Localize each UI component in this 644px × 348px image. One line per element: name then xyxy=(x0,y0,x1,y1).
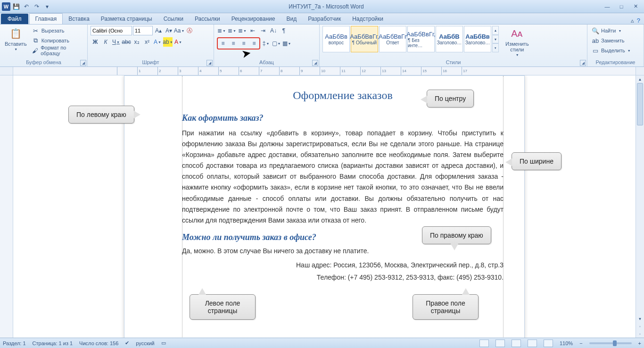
format-painter-button[interactable]: 🖌Формат по образцу xyxy=(31,46,84,55)
scroll-thumb[interactable] xyxy=(637,83,643,125)
zoom-out-button[interactable]: − xyxy=(579,340,582,346)
tab-developer[interactable]: Разработчик xyxy=(302,14,347,24)
line-spacing-button[interactable]: ‡▼ xyxy=(261,39,271,48)
select-label: Выделить xyxy=(601,48,625,53)
scroll-down-icon[interactable]: ▼ xyxy=(636,315,644,323)
tab-insert[interactable]: Вставка xyxy=(63,14,95,24)
style-item-3[interactable]: АаБбВвГг,¶ Без инте… xyxy=(407,26,435,52)
paragraph-1[interactable]: При нажатии на ссылку «добавить в корзин… xyxy=(182,128,504,226)
cut-button[interactable]: ✂Вырезать xyxy=(31,26,84,35)
paragraph-dialog-launcher[interactable]: ◢ xyxy=(312,60,318,66)
status-lang[interactable]: русский xyxy=(136,340,154,346)
strike-button[interactable]: abc xyxy=(122,37,131,47)
help-icon[interactable]: ? xyxy=(637,17,640,24)
shrink-font-button[interactable]: A▾ xyxy=(164,26,173,35)
redo-icon[interactable]: ↷ xyxy=(32,2,41,11)
heading-how[interactable]: Как оформить заказ? xyxy=(182,113,504,123)
font-dialog-launcher[interactable]: ◢ xyxy=(206,60,213,66)
font-name-input[interactable] xyxy=(91,26,132,35)
gallery-down-icon[interactable]: ▼ xyxy=(492,35,499,44)
tab-addins[interactable]: Надстройки xyxy=(347,14,389,24)
address-line[interactable]: Наш адрес: Россия, 123056, Москва, Элект… xyxy=(182,261,504,269)
scroll-up-icon[interactable]: ▲ xyxy=(636,75,644,83)
highlight-button[interactable]: ab▼ xyxy=(163,37,173,47)
align-center-button[interactable]: ≡ xyxy=(229,39,238,48)
prev-page-icon[interactable]: ◦ xyxy=(636,323,644,330)
vertical-ruler[interactable] xyxy=(0,75,13,338)
minimize-button[interactable]: — xyxy=(601,2,614,11)
subscript-button[interactable]: x₂ xyxy=(132,37,141,47)
style-item-2[interactable]: АаБбВвГгОтвет xyxy=(379,26,406,52)
view-full-screen-button[interactable] xyxy=(495,340,505,347)
tab-view[interactable]: Вид xyxy=(281,14,302,24)
underline-button[interactable]: Ч▼ xyxy=(111,37,121,47)
status-proofing-icon[interactable]: ✔ xyxy=(125,340,129,346)
maximize-button[interactable]: □ xyxy=(615,2,628,11)
change-styles-button[interactable]: Aᴀ Изменить стили ▼ xyxy=(504,26,531,58)
style-item-1[interactable]: АаБбВвГг,¶ Обычный xyxy=(351,26,378,52)
horizontal-ruler[interactable]: 1234567891011121314151617 xyxy=(13,67,636,75)
bullets-button[interactable]: ≣▼ xyxy=(217,26,226,35)
undo-icon[interactable]: ↶ xyxy=(22,2,31,11)
zoom-thumb[interactable] xyxy=(613,340,617,346)
page-content[interactable]: Оформление заказов Как оформить заказ? П… xyxy=(182,89,504,286)
tab-page-layout[interactable]: Разметка страницы xyxy=(95,14,158,24)
select-button[interactable]: ▭Выделить▼ xyxy=(590,46,632,55)
save-icon[interactable]: 💾 xyxy=(11,2,21,11)
multilevel-button[interactable]: ≣▼ xyxy=(238,26,247,35)
borders-button[interactable]: ▦▼ xyxy=(282,39,291,48)
font-size-input[interactable] xyxy=(133,26,153,35)
status-words[interactable]: Число слов: 156 xyxy=(79,340,118,346)
text-effects-button[interactable]: A▼ xyxy=(153,37,162,47)
find-button[interactable]: 🔍Найти▼ xyxy=(590,26,632,35)
change-case-button[interactable]: Aa▼ xyxy=(174,26,184,35)
view-outline-button[interactable] xyxy=(528,340,537,347)
align-right-button[interactable]: ≡ xyxy=(239,39,248,48)
clipboard-dialog-launcher[interactable]: ◢ xyxy=(80,60,86,66)
grow-font-button[interactable]: A▴ xyxy=(154,26,163,35)
replace-button[interactable]: abЗаменить xyxy=(590,36,632,45)
tab-file[interactable]: Файл xyxy=(1,14,28,24)
increase-indent-button[interactable]: ⇥ xyxy=(258,26,268,35)
shading-button[interactable]: ▢▼ xyxy=(272,39,281,48)
qat-customize-icon[interactable]: ▾ xyxy=(42,2,52,11)
style-item-4[interactable]: АаБбВЗаголово… xyxy=(436,26,463,52)
view-draft-button[interactable] xyxy=(544,340,553,347)
style-item-5[interactable]: АаБбВвЗаголово… xyxy=(464,26,491,52)
zoom-label[interactable]: 110% xyxy=(560,340,573,346)
paste-button[interactable]: 📋 Вставить ▼ xyxy=(3,26,29,52)
gallery-more-icon[interactable]: ▾ xyxy=(492,43,499,52)
vertical-scrollbar[interactable]: ▲ ▼ ◦ ◦ xyxy=(636,75,644,338)
tab-review[interactable]: Рецензирование xyxy=(226,14,281,24)
bold-button[interactable]: Ж xyxy=(91,37,100,47)
tab-references[interactable]: Ссылки xyxy=(158,14,189,24)
status-page[interactable]: Страница: 1 из 1 xyxy=(33,340,73,346)
style-item-0[interactable]: АаБбВввопрос xyxy=(322,26,350,52)
gallery-up-icon[interactable]: ▲ xyxy=(492,26,499,35)
align-justify-button[interactable]: ≡ xyxy=(249,39,259,48)
next-page-icon[interactable]: ◦ xyxy=(636,330,644,338)
status-insert-icon[interactable]: ▭ xyxy=(161,340,166,346)
zoom-slider[interactable] xyxy=(589,342,632,344)
italic-button[interactable]: К xyxy=(101,37,110,47)
ribbon-minimize-icon[interactable]: ▵ xyxy=(631,17,634,24)
close-button[interactable]: ✕ xyxy=(629,2,642,11)
styles-dialog-launcher[interactable]: ◢ xyxy=(580,60,586,66)
status-section[interactable]: Раздел: 1 xyxy=(3,340,26,346)
decrease-indent-button[interactable]: ⇤ xyxy=(248,26,257,35)
align-left-button[interactable]: ≡ xyxy=(218,39,228,48)
sort-button[interactable]: A↓ xyxy=(269,26,278,35)
ruler-toggle[interactable] xyxy=(636,67,644,75)
tab-mailings[interactable]: Рассылки xyxy=(189,14,226,24)
view-print-layout-button[interactable] xyxy=(479,340,489,347)
font-color-button[interactable]: A▼ xyxy=(173,37,183,47)
zoom-in-button[interactable]: + xyxy=(638,340,641,346)
clear-formatting-button[interactable]: Ⓐ xyxy=(185,26,194,35)
tab-home[interactable]: Главная xyxy=(29,13,63,24)
superscript-button[interactable]: x² xyxy=(142,37,152,47)
view-web-button[interactable] xyxy=(512,340,521,347)
numbering-button[interactable]: ≣▼ xyxy=(227,26,237,35)
show-marks-button[interactable]: ¶ xyxy=(279,26,289,35)
copy-button[interactable]: ⧉Копировать xyxy=(31,36,84,45)
phone-line[interactable]: Телефон: (+7 495) 253-9312, 253-9313, фа… xyxy=(182,273,504,281)
